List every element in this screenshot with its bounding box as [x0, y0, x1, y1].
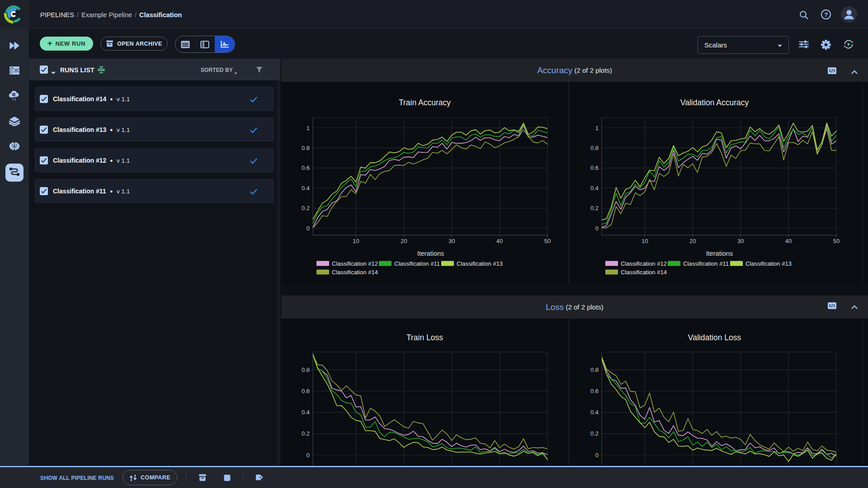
- svg-text:0.2: 0.2: [302, 205, 310, 211]
- svg-text:20: 20: [689, 238, 696, 244]
- svg-text:0.4: 0.4: [590, 185, 599, 192]
- svg-text:Iterations: Iterations: [706, 250, 733, 257]
- svg-text:0: 0: [307, 452, 310, 459]
- svg-text:1: 1: [595, 125, 599, 131]
- svg-text:0.4: 0.4: [302, 185, 310, 192]
- svg-text:40: 40: [496, 238, 503, 244]
- svg-text:0.6: 0.6: [302, 164, 310, 171]
- svg-text:50: 50: [544, 238, 551, 244]
- svg-text:?: ?: [824, 11, 828, 18]
- svg-text:0.8: 0.8: [590, 366, 599, 373]
- svg-text:0.2: 0.2: [302, 430, 310, 437]
- svg-text:30: 30: [737, 238, 744, 244]
- svg-text:Iterations: Iterations: [417, 250, 444, 257]
- svg-text:30: 30: [448, 238, 455, 244]
- svg-text:0: 0: [307, 225, 310, 232]
- svg-text:Train Loss: Train Loss: [406, 333, 443, 342]
- svg-text:0.6: 0.6: [590, 164, 599, 171]
- svg-text:Classification #12: Classification #12: [332, 260, 378, 267]
- svg-text:0.8: 0.8: [302, 366, 310, 373]
- svg-text:Validation Loss: Validation Loss: [688, 333, 741, 342]
- svg-text:Classification #12: Classification #12: [621, 260, 667, 267]
- svg-text:10: 10: [642, 238, 648, 244]
- svg-text:Validation Accuracy: Validation Accuracy: [680, 98, 749, 107]
- svg-text:0: 0: [595, 452, 599, 459]
- svg-text:Classification #11: Classification #11: [683, 260, 729, 267]
- svg-text:Classification #11: Classification #11: [394, 260, 440, 267]
- svg-text:Classification #14: Classification #14: [332, 269, 378, 276]
- svg-text:Train Accuracy: Train Accuracy: [399, 98, 451, 107]
- svg-text:50: 50: [833, 238, 840, 244]
- svg-text:1: 1: [307, 125, 310, 131]
- svg-text:0.4: 0.4: [590, 409, 599, 416]
- svg-text:Classification #13: Classification #13: [457, 260, 503, 267]
- svg-text:0.2: 0.2: [590, 430, 599, 437]
- svg-text:10: 10: [353, 238, 359, 244]
- svg-text:20: 20: [401, 238, 407, 244]
- svg-text:0.2: 0.2: [590, 205, 599, 211]
- svg-text:0: 0: [595, 225, 599, 232]
- svg-text:0.6: 0.6: [302, 388, 310, 394]
- svg-text:Classification #13: Classification #13: [745, 260, 792, 267]
- svg-text:0.6: 0.6: [590, 388, 599, 394]
- svg-text:40: 40: [785, 238, 792, 244]
- svg-text:0.8: 0.8: [302, 145, 310, 151]
- svg-text:0.8: 0.8: [590, 145, 599, 151]
- svg-text:Classification #14: Classification #14: [621, 269, 667, 276]
- svg-text:0.4: 0.4: [302, 409, 310, 416]
